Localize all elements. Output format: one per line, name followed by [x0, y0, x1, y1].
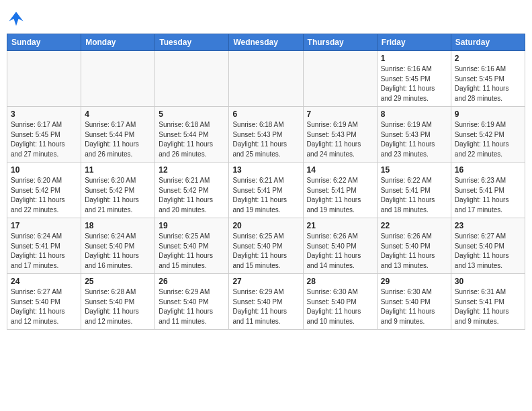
day-cell-13: 13Sunrise: 6:21 AMSunset: 5:41 PMDayligh…: [229, 163, 303, 218]
day-cell-21: 21Sunrise: 6:26 AMSunset: 5:40 PMDayligh…: [303, 218, 377, 274]
day-number: 16: [455, 165, 521, 175]
day-number: 23: [455, 221, 521, 230]
day-cell-7: 7Sunrise: 6:19 AMSunset: 5:43 PMDaylight…: [303, 107, 377, 163]
day-cell-20: 20Sunrise: 6:25 AMSunset: 5:40 PMDayligh…: [229, 218, 303, 274]
empty-cell: [229, 51, 303, 107]
day-number: 11: [85, 165, 151, 175]
day-cell-5: 5Sunrise: 6:18 AMSunset: 5:44 PMDaylight…: [155, 107, 229, 163]
weekday-header-wednesday: Wednesday: [229, 34, 303, 51]
day-number: 7: [307, 109, 373, 119]
day-cell-23: 23Sunrise: 6:27 AMSunset: 5:40 PMDayligh…: [451, 218, 525, 274]
day-number: 27: [232, 277, 299, 286]
empty-cell: [155, 51, 229, 107]
day-cell-22: 22Sunrise: 6:26 AMSunset: 5:40 PMDayligh…: [377, 218, 451, 274]
day-info: Sunrise: 6:20 AMSunset: 5:42 PMDaylight:…: [11, 176, 77, 215]
day-info: Sunrise: 6:20 AMSunset: 5:42 PMDaylight:…: [85, 176, 151, 215]
day-number: 5: [159, 109, 225, 119]
day-info: Sunrise: 6:22 AMSunset: 5:41 PMDaylight:…: [381, 176, 447, 215]
day-info: Sunrise: 6:22 AMSunset: 5:41 PMDaylight:…: [307, 176, 373, 215]
day-cell-30: 30Sunrise: 6:31 AMSunset: 5:41 PMDayligh…: [451, 274, 525, 330]
day-cell-2: 2Sunrise: 6:16 AMSunset: 5:45 PMDaylight…: [451, 51, 525, 107]
day-number: 28: [307, 277, 373, 286]
day-number: 21: [307, 221, 373, 230]
day-number: 14: [307, 165, 373, 175]
svg-marker-0: [9, 12, 24, 26]
day-number: 15: [381, 165, 447, 175]
day-info: Sunrise: 6:18 AMSunset: 5:44 PMDaylight:…: [159, 120, 225, 159]
day-cell-10: 10Sunrise: 6:20 AMSunset: 5:42 PMDayligh…: [7, 163, 81, 218]
day-cell-26: 26Sunrise: 6:29 AMSunset: 5:40 PMDayligh…: [155, 274, 229, 330]
day-number: 10: [11, 165, 77, 175]
day-number: 20: [232, 221, 299, 230]
weekday-header-sunday: Sunday: [7, 34, 81, 51]
week-row-1: 1Sunrise: 6:16 AMSunset: 5:45 PMDaylight…: [7, 51, 525, 107]
day-info: Sunrise: 6:21 AMSunset: 5:41 PMDaylight:…: [232, 176, 299, 215]
day-cell-12: 12Sunrise: 6:21 AMSunset: 5:42 PMDayligh…: [155, 163, 229, 218]
day-number: 29: [381, 277, 447, 286]
day-info: Sunrise: 6:30 AMSunset: 5:40 PMDaylight:…: [381, 287, 447, 326]
day-info: Sunrise: 6:19 AMSunset: 5:42 PMDaylight:…: [455, 120, 521, 159]
day-cell-4: 4Sunrise: 6:17 AMSunset: 5:44 PMDaylight…: [81, 107, 155, 163]
day-number: 18: [85, 221, 151, 230]
day-number: 12: [159, 165, 225, 175]
day-number: 3: [11, 109, 77, 119]
day-cell-16: 16Sunrise: 6:23 AMSunset: 5:41 PMDayligh…: [451, 163, 525, 218]
day-info: Sunrise: 6:19 AMSunset: 5:43 PMDaylight:…: [307, 120, 373, 159]
day-cell-11: 11Sunrise: 6:20 AMSunset: 5:42 PMDayligh…: [81, 163, 155, 218]
day-cell-15: 15Sunrise: 6:22 AMSunset: 5:41 PMDayligh…: [377, 163, 451, 218]
day-info: Sunrise: 6:29 AMSunset: 5:40 PMDaylight:…: [232, 287, 299, 326]
day-info: Sunrise: 6:17 AMSunset: 5:45 PMDaylight:…: [11, 120, 77, 159]
day-cell-3: 3Sunrise: 6:17 AMSunset: 5:45 PMDaylight…: [7, 107, 81, 163]
day-info: Sunrise: 6:17 AMSunset: 5:44 PMDaylight:…: [85, 120, 151, 159]
day-cell-1: 1Sunrise: 6:16 AMSunset: 5:45 PMDaylight…: [377, 51, 451, 107]
day-number: 9: [455, 109, 521, 119]
day-info: Sunrise: 6:28 AMSunset: 5:40 PMDaylight:…: [85, 287, 151, 326]
day-info: Sunrise: 6:31 AMSunset: 5:41 PMDaylight:…: [455, 287, 521, 326]
empty-cell: [303, 51, 377, 107]
day-cell-29: 29Sunrise: 6:30 AMSunset: 5:40 PMDayligh…: [377, 274, 451, 330]
day-cell-27: 27Sunrise: 6:29 AMSunset: 5:40 PMDayligh…: [229, 274, 303, 330]
week-row-4: 17Sunrise: 6:24 AMSunset: 5:41 PMDayligh…: [7, 218, 525, 274]
day-info: Sunrise: 6:27 AMSunset: 5:40 PMDaylight:…: [11, 287, 77, 326]
page-header: [7, 7, 525, 28]
day-info: Sunrise: 6:23 AMSunset: 5:41 PMDaylight:…: [455, 176, 521, 215]
day-number: 22: [381, 221, 447, 230]
day-cell-19: 19Sunrise: 6:25 AMSunset: 5:40 PMDayligh…: [155, 218, 229, 274]
weekday-header-thursday: Thursday: [303, 34, 377, 51]
day-number: 13: [232, 165, 299, 175]
day-info: Sunrise: 6:21 AMSunset: 5:42 PMDaylight:…: [159, 176, 225, 215]
day-info: Sunrise: 6:26 AMSunset: 5:40 PMDaylight:…: [381, 232, 447, 271]
day-cell-6: 6Sunrise: 6:18 AMSunset: 5:43 PMDaylight…: [229, 107, 303, 163]
weekday-header-saturday: Saturday: [451, 34, 525, 51]
day-info: Sunrise: 6:16 AMSunset: 5:45 PMDaylight:…: [455, 64, 521, 103]
day-number: 24: [11, 277, 77, 286]
day-info: Sunrise: 6:26 AMSunset: 5:40 PMDaylight:…: [307, 232, 373, 271]
day-cell-24: 24Sunrise: 6:27 AMSunset: 5:40 PMDayligh…: [7, 274, 81, 330]
day-cell-8: 8Sunrise: 6:19 AMSunset: 5:43 PMDaylight…: [377, 107, 451, 163]
day-number: 2: [455, 54, 521, 63]
day-cell-28: 28Sunrise: 6:30 AMSunset: 5:40 PMDayligh…: [303, 274, 377, 330]
day-info: Sunrise: 6:19 AMSunset: 5:43 PMDaylight:…: [381, 120, 447, 159]
day-info: Sunrise: 6:25 AMSunset: 5:40 PMDaylight:…: [159, 232, 225, 271]
weekday-header-row: SundayMondayTuesdayWednesdayThursdayFrid…: [7, 34, 525, 51]
week-row-2: 3Sunrise: 6:17 AMSunset: 5:45 PMDaylight…: [7, 107, 525, 163]
weekday-header-tuesday: Tuesday: [155, 34, 229, 51]
week-row-3: 10Sunrise: 6:20 AMSunset: 5:42 PMDayligh…: [7, 163, 525, 218]
week-row-5: 24Sunrise: 6:27 AMSunset: 5:40 PMDayligh…: [7, 274, 525, 330]
day-number: 19: [159, 221, 225, 230]
day-number: 26: [159, 277, 225, 286]
empty-cell: [81, 51, 155, 107]
day-number: 30: [455, 277, 521, 286]
day-info: Sunrise: 6:25 AMSunset: 5:40 PMDaylight:…: [232, 232, 299, 271]
weekday-header-friday: Friday: [377, 34, 451, 51]
day-info: Sunrise: 6:16 AMSunset: 5:45 PMDaylight:…: [381, 64, 447, 103]
day-cell-17: 17Sunrise: 6:24 AMSunset: 5:41 PMDayligh…: [7, 218, 81, 274]
day-number: 6: [232, 109, 299, 119]
calendar-table: SundayMondayTuesdayWednesdayThursdayFrid…: [7, 34, 525, 330]
day-number: 25: [85, 277, 151, 286]
day-cell-25: 25Sunrise: 6:28 AMSunset: 5:40 PMDayligh…: [81, 274, 155, 330]
day-info: Sunrise: 6:27 AMSunset: 5:40 PMDaylight:…: [455, 232, 521, 271]
logo: [7, 9, 28, 28]
day-info: Sunrise: 6:18 AMSunset: 5:43 PMDaylight:…: [232, 120, 299, 159]
day-number: 8: [381, 109, 447, 119]
